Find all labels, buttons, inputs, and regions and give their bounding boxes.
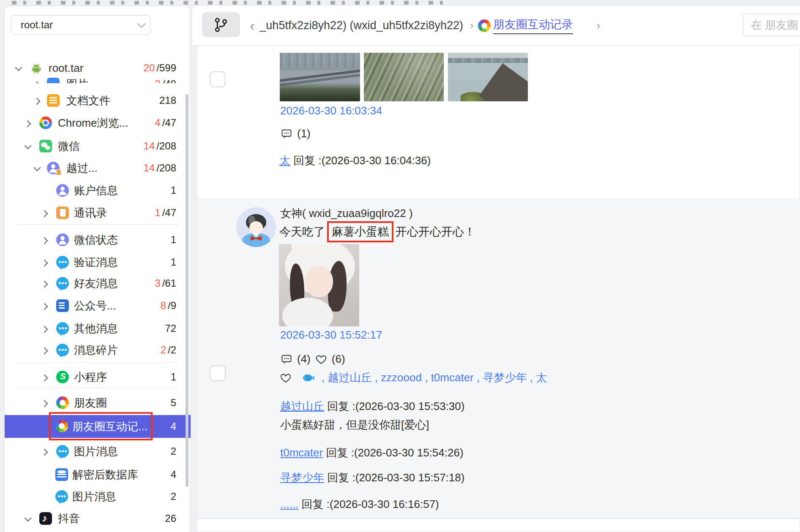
post-counts: (4) (6) [280,353,345,366]
chevron-right-icon[interactable] [42,449,47,454]
tree-item-decrypted-database[interactable]: 解密后数据库 4 [5,464,191,486]
tree-item-friend-messages[interactable]: 好友消息 3/61 [5,272,191,294]
tree-item-mini-programs[interactable]: 小程序 1 [5,366,191,388]
likers-names[interactable]: , 越过山丘 , zzzoood , t0mcater , 寻梦少年 , 太 [322,370,547,385]
chevron-down-icon [137,19,146,28]
reply-author-link[interactable]: 越过山丘 [280,400,324,413]
tree-item-images-clipped[interactable]: 图片 2/49 [5,73,191,83]
chevron-right-icon[interactable] [42,401,47,406]
back-chevron-icon[interactable]: ‹ [247,17,257,34]
photo-detail [364,53,444,101]
reply-author-link[interactable]: 寻梦少年 [280,471,324,484]
chat-bubble-icon [55,490,68,503]
post-timestamp-link[interactable]: 2026-03-30 16:03:34 [280,104,382,117]
tree-item-chrome[interactable]: Chrome浏览... 4/47 [5,112,191,134]
post-timestamp-link[interactable]: 2026-03-30 15:52:17 [280,328,382,342]
tree-item-wechat-account[interactable]: 越过... 14/208 [5,157,191,179]
reply-line: ...... 回复 :(2026-03-30 16:16:57) [280,497,439,512]
chevron-right-icon[interactable] [42,281,47,286]
tree-item-label: 图片消息 [72,486,116,508]
android-icon [30,62,43,74]
chevron-right-icon[interactable] [42,211,47,216]
tree-item-account-info[interactable]: 账户信息 1 [5,179,191,201]
moments-record-list: 2026-03-30 16:03:34 (1) 太 回复 :(2026-03-3… [197,45,800,532]
tree-item-label: 图片消息 [74,440,118,462]
tree-item-label: 解密后数据库 [72,464,138,486]
post-checkbox[interactable] [210,71,226,87]
annotation-box-keyword [326,222,401,242]
chevron-down-icon[interactable] [25,144,30,149]
tree-item-count: 1/47 [155,202,176,224]
archive-select[interactable]: root.tar [11,15,150,35]
post-checkbox[interactable] [210,365,226,381]
chevron-down-icon[interactable] [34,166,39,171]
divider [17,362,178,363]
mini-program-icon [56,371,69,383]
tree-item-count: 2 [169,440,176,462]
tree-item-documents[interactable]: 文档文件 218 [5,90,191,111]
tree-item-wechat-status[interactable]: 微信状态 1 [5,229,191,251]
avatar[interactable] [236,207,276,247]
chat-bubble-icon [56,445,69,458]
tree-item-label: Chrome浏览... [58,112,128,134]
tree-item-count: 14/208 [144,135,176,157]
tree-item-wechat[interactable]: 微信 14/208 [5,135,191,157]
tree-item-count: 4/47 [155,112,176,134]
tree-item-message-fragments[interactable]: 消息碎片 2/2 [5,339,191,361]
chevron-right-icon[interactable] [42,326,47,331]
tree-item-image-messages[interactable]: 图片消息 2 [5,440,191,462]
chevron-right-icon[interactable] [34,98,39,103]
tree-item-official-accounts[interactable]: 公众号... 8/9 [5,295,191,317]
chevron-right-icon[interactable] [42,260,47,265]
chevron-right-icon[interactable] [42,348,47,353]
breadcrumb-header: ‹ _uh5tfx2zi8yh22) (wxid_uh5tfx2zi8yh22)… [192,6,800,45]
official-account-icon [56,299,69,312]
reply-author-link[interactable]: 太 [279,154,290,167]
tree-item-count: 1 [169,229,176,251]
tree-item-label: 账户信息 [74,179,118,201]
comment-icon [280,128,293,140]
tree-item-image-messages-2[interactable]: 图片消息 2 [5,486,191,508]
post-photo-girl[interactable] [279,244,359,326]
branch-view-button[interactable] [202,12,240,37]
contacts-icon [56,206,69,219]
tree-item-label: 微信 [58,135,80,157]
annotation-box-sidebar [49,412,153,440]
reply-text: 回复 :(2026-03-30 15:57:18) [324,471,464,484]
reply-author-link[interactable]: ...... [280,498,298,510]
photo-detail [305,266,333,297]
tree-item-label: 验证消息 [74,251,118,273]
chevron-right-icon[interactable] [42,304,47,309]
chevron-right-icon[interactable] [42,375,47,380]
reply-author-link[interactable]: t0mcater [280,446,323,459]
tree-item-count: 4 [169,464,176,486]
sidebar-scrollbar[interactable] [186,94,188,487]
chevron-right-icon[interactable] [42,238,47,243]
post-author-name: 女神( wxid_zuaa9igqlro22 ) [280,206,413,221]
tree-item-count: 5 [169,392,176,414]
tree-item-count: 1 [169,251,176,273]
tree-item-label: 抖音 [58,508,80,529]
post-photo-lake[interactable] [448,53,528,101]
tree-item-count: 2/2 [161,339,176,361]
tree-item-count: 26 [163,508,176,529]
tree-item-label: 消息碎片 [74,339,118,361]
tree-item-verify-messages[interactable]: 验证消息 1 [5,251,191,273]
breadcrumb-current-link[interactable]: 朋友圈互动记录 [493,17,573,34]
tree-item-contacts[interactable]: 通讯录 1/47 [5,202,191,224]
tree-item-moments[interactable]: 朋友圈 5 [5,392,191,414]
photo-detail [280,69,360,82]
chevron-right-icon[interactable] [34,82,39,83]
post-photo-bridge[interactable] [280,53,360,101]
chevron-down-icon[interactable] [16,66,21,71]
post-photo-tea-terraces[interactable] [364,53,444,101]
chevron-down-icon[interactable] [25,516,30,521]
tree-item-other-messages[interactable]: 其他消息 72 [5,318,191,339]
tree-item-douyin[interactable]: 抖音 26 [5,508,191,529]
photo-detail [479,63,528,101]
tree-item-count: 1 [169,179,176,201]
search-input[interactable] [743,14,800,36]
fish-icon [301,372,316,384]
post-text-suffix: 开心开心开心！ [396,224,475,239]
chevron-right-icon[interactable] [25,121,30,126]
